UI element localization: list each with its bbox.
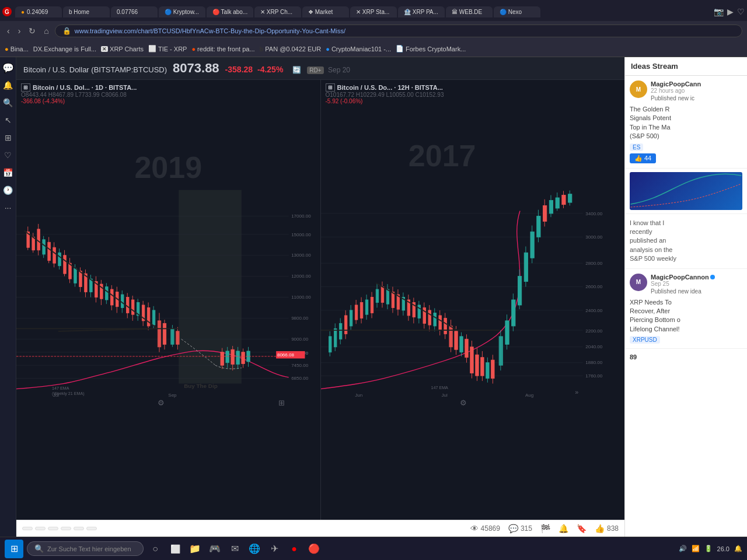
- messenger-icon[interactable]: 💬: [2, 62, 14, 74]
- taskbar-firefox[interactable]: 🔴: [306, 541, 322, 557]
- home-button[interactable]: ⌂: [41, 25, 51, 37]
- post-tag-1[interactable]: ES: [630, 144, 643, 151]
- bookmark-bina[interactable]: ● Bina...: [5, 46, 29, 52]
- like-count-1: 44: [644, 155, 651, 162]
- svg-text:9800.00: 9800.00: [291, 316, 309, 321]
- save-stat[interactable]: 🔖: [577, 524, 587, 533]
- price-value: 8073.88: [173, 61, 219, 76]
- taskbar-search[interactable]: 🔍 Zur Suche Text hier eingeben: [27, 541, 144, 556]
- author-name-2[interactable]: MagicPoopCannon: [651, 274, 715, 281]
- start-button[interactable]: ⊞: [5, 540, 23, 558]
- taskbar-time: 26.0: [717, 545, 729, 552]
- tab-krypto[interactable]: 🔵 Kryptow...: [159, 6, 205, 18]
- svg-text:Jul: Jul: [441, 393, 448, 398]
- taskbar-notification[interactable]: 🔔: [734, 545, 742, 552]
- author-name-1[interactable]: MagicPoopCann: [651, 80, 701, 88]
- svg-rect-143: [371, 298, 373, 313]
- tab-market[interactable]: ❖ Market: [302, 6, 349, 18]
- forward-button[interactable]: ›: [16, 25, 23, 37]
- taskbar-edge[interactable]: 🌐: [246, 541, 263, 557]
- tab-price1[interactable]: ● 0.24069: [15, 6, 62, 18]
- price-header: Bitcoin / U.S. Dollar (BITSTAMP:BTCUSD) …: [16, 57, 624, 80]
- bookmark-tie[interactable]: ⬜ TIE - XRP: [148, 45, 187, 52]
- taskbar-red-circle[interactable]: ●: [286, 541, 302, 557]
- post-action-1: Published new ic: [651, 95, 701, 102]
- share-stat[interactable]: 🔔: [558, 524, 568, 533]
- taskbar-plane[interactable]: ✈: [266, 541, 282, 557]
- taskbar-network[interactable]: 📶: [692, 545, 700, 552]
- tab-xrp-ch[interactable]: ✕ XRP Ch...: [254, 6, 301, 18]
- svg-text:Sep: Sep: [168, 393, 177, 398]
- svg-rect-149: [386, 289, 389, 304]
- tab-home[interactable]: b Home: [63, 6, 110, 18]
- bell-icon[interactable]: 🔔: [2, 79, 14, 91]
- heart-icon[interactable]: ♡: [737, 7, 745, 16]
- bookmark-reddit[interactable]: ● reddit: the front pa...: [191, 46, 254, 52]
- taskbar-cortana[interactable]: ○: [147, 541, 163, 557]
- address-bar[interactable]: 🔒 www.tradingview.com/chart/BTCUSD/HbfYn…: [55, 24, 742, 37]
- bookmark-stat[interactable]: 🏁: [540, 524, 550, 533]
- ideas-stream: Ideas Stream M MagicPoopCann 22 hours ag…: [624, 57, 747, 537]
- address-text: www.tradingview.com/chart/BTCUSD/HbfYnAC…: [75, 27, 345, 34]
- like-button-1[interactable]: 👍 44: [630, 153, 656, 163]
- right-panel-info: ⊞ Bitcoin / U.S. Do... · 12H · BITSTA...…: [326, 83, 444, 104]
- back-button[interactable]: ‹: [5, 25, 12, 37]
- cursor-icon[interactable]: ↖: [2, 114, 14, 126]
- tab-xrp-sta[interactable]: ✕ XRP Sta...: [350, 6, 397, 18]
- taskbar: ⊞ 🔍 Zur Suche Text hier eingeben ○ ⬜ 📁 🎮…: [0, 537, 747, 560]
- svg-rect-135: [350, 310, 352, 326]
- bookmark-crypto[interactable]: ● CryptoManiac101 -...: [326, 46, 391, 52]
- taskbar-task-view[interactable]: ⬜: [167, 541, 183, 557]
- refresh-button[interactable]: ↻: [26, 25, 38, 37]
- likes-stat[interactable]: 👍 838: [595, 524, 619, 533]
- svg-text:3000.00: 3000.00: [585, 235, 603, 240]
- tab-price2[interactable]: 0.07766: [111, 6, 158, 18]
- svg-text:147 EMA: 147 EMA: [52, 386, 69, 391]
- svg-text:2400.00: 2400.00: [585, 308, 603, 313]
- tab-nexo[interactable]: 🔵 Nexo: [494, 6, 540, 18]
- apps-icon[interactable]: ⊞: [2, 132, 14, 144]
- taskbar-volume[interactable]: 🔊: [679, 545, 687, 552]
- tab-talk[interactable]: 🔴 Talk abo...: [207, 6, 253, 18]
- bookmark-dx[interactable]: DX.Exchange is Full...: [33, 46, 96, 52]
- comment-icon: 💬: [508, 524, 518, 533]
- tag-patterns[interactable]: [35, 527, 46, 530]
- svg-text:Jun: Jun: [355, 393, 362, 398]
- taskbar-file-icon[interactable]: 📁: [187, 541, 203, 557]
- left-panel-info: ⊞ Bitcoin / U.S. Dol... · 1D · BITSTA...…: [21, 83, 137, 104]
- svg-text:2040.00: 2040.00: [585, 344, 603, 349]
- taskbar-email[interactable]: ✉: [226, 541, 243, 557]
- tag-btc[interactable]: [61, 527, 71, 530]
- taskbar-battery[interactable]: 🔋: [704, 545, 713, 552]
- bookmark-xrp-charts[interactable]: ✕ XRP Charts: [101, 46, 144, 52]
- clock-icon[interactable]: 🕐: [2, 184, 14, 196]
- tag-trend[interactable]: [48, 527, 58, 530]
- screenshot-icon[interactable]: 📷: [714, 7, 724, 16]
- stream-thumbnail-1: [625, 169, 747, 214]
- author-avatar-2: M: [630, 274, 647, 291]
- svg-rect-165: [428, 310, 430, 325]
- tag-bitcoin[interactable]: [86, 527, 97, 530]
- stream-chart-1: [630, 172, 742, 210]
- taskbar-gamepad[interactable]: 🎮: [207, 541, 223, 557]
- post-time-1: 22 hours ago: [651, 88, 701, 94]
- svg-text:7450.00: 7450.00: [291, 363, 309, 368]
- post-tag-2[interactable]: XRPUSD: [630, 336, 660, 344]
- like-icon: 👍: [595, 524, 605, 533]
- taskbar-clock: 26.0: [717, 545, 729, 552]
- heart-sidebar-icon[interactable]: ♡: [2, 149, 14, 161]
- search-icon[interactable]: 🔍: [2, 97, 14, 108]
- tag-technical[interactable]: [22, 527, 33, 530]
- chart-overlay-icon: ⊞: [21, 83, 30, 92]
- dots-icon[interactable]: ···: [2, 202, 14, 214]
- tab-webde[interactable]: 🏛 WEB.DE: [446, 6, 493, 18]
- play-icon[interactable]: ▶: [727, 7, 734, 16]
- tag-btcusd[interactable]: [74, 527, 84, 530]
- tab-xrp-pa[interactable]: 🏦 XRP PA...: [398, 6, 445, 18]
- calendar-icon[interactable]: 📅: [2, 167, 14, 178]
- refresh-data-icon[interactable]: 🔄: [292, 66, 301, 74]
- svg-rect-0: [16, 190, 320, 410]
- bookmark-pan[interactable]: b PAN @0.0422 EUR: [260, 46, 322, 52]
- chart-area: Bitcoin / U.S. Dollar (BITSTAMP:BTCUSD) …: [16, 57, 624, 537]
- bookmark-forbes[interactable]: 📄 Forbes CryptoMark...: [396, 45, 466, 52]
